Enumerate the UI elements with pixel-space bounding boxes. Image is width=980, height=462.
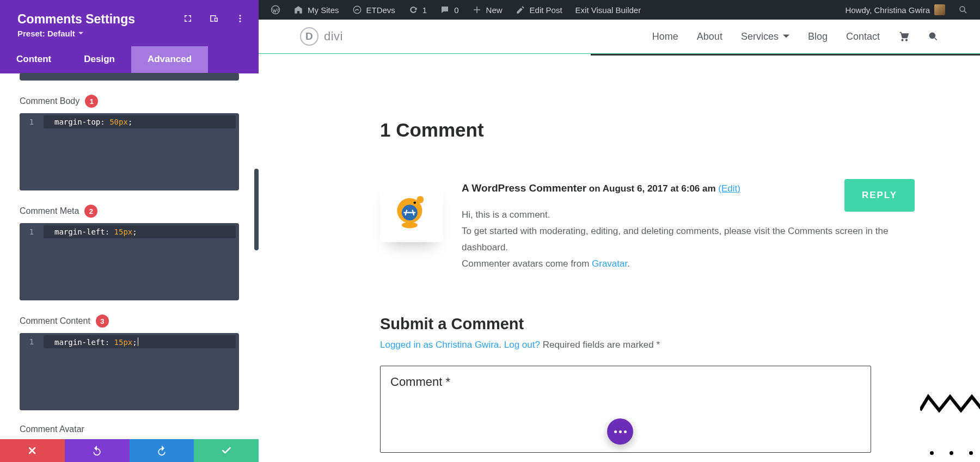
prev-section-edge <box>20 73 239 81</box>
section-label: Comment Avatar <box>20 424 84 434</box>
cart-icon[interactable] <box>898 31 909 42</box>
comment-form: Submit a Comment Logged in as Christina … <box>380 315 915 455</box>
wp-logo[interactable] <box>264 0 287 20</box>
responsive-icon[interactable] <box>209 13 219 24</box>
panel-tabs: Content Design Advanced <box>0 46 259 73</box>
save-button[interactable] <box>194 439 259 462</box>
section-comment-meta: Comment Meta 2 1 margin-left: 15px; <box>20 205 239 300</box>
comments-count[interactable]: 0 <box>433 0 465 20</box>
respond-heading: Submit a Comment <box>380 315 915 333</box>
tab-advanced[interactable]: Advanced <box>131 46 208 73</box>
logout-link[interactable]: Log out? <box>504 340 540 350</box>
section-comment-content: Comment Content 3 1 margin-left: 15px; <box>20 315 239 410</box>
adminbar-search-icon[interactable] <box>952 0 975 20</box>
svg-point-13 <box>402 222 418 229</box>
primary-nav: Home About Services Blog Contact <box>652 31 939 42</box>
svg-point-8 <box>929 33 935 38</box>
callout-badge: 2 <box>84 205 97 218</box>
comment-meta: on August 6, 2017 at 6:06 am <box>589 183 718 194</box>
hero-remnant <box>591 54 980 56</box>
section-comment-body: Comment Body 1 1 margin-top: 50px; <box>20 95 239 190</box>
panel-footer <box>0 439 259 462</box>
logged-in-as-link[interactable]: Logged in as Christina Gwira <box>380 340 499 350</box>
divi-fab[interactable] <box>607 418 633 445</box>
tab-content[interactable]: Content <box>0 46 68 73</box>
callout-badge: 3 <box>96 315 109 328</box>
nav-home[interactable]: Home <box>652 31 678 42</box>
expand-icon[interactable] <box>182 13 193 24</box>
decor-zigzag <box>920 391 980 418</box>
logo-text: divi <box>324 29 343 44</box>
site-header: D divi Home About Services Blog Contact <box>259 20 980 54</box>
exit-visual-builder[interactable]: Exit Visual Builder <box>569 0 648 20</box>
user-avatar-mini <box>934 4 945 15</box>
logo-mark: D <box>300 27 318 46</box>
undo-button[interactable] <box>65 439 130 462</box>
chevron-down-icon <box>78 31 83 36</box>
edit-post[interactable]: Edit Post <box>509 0 569 20</box>
svg-point-0 <box>240 15 241 16</box>
panel-header: Comments Settings Preset: Default <box>0 0 259 46</box>
css-editor-comment-body[interactable]: 1 margin-top: 50px; <box>20 113 239 190</box>
svg-point-14 <box>414 201 416 204</box>
comment-line: Commenter avatars come from Gravatar. <box>462 256 915 272</box>
nav-services[interactable]: Services <box>741 31 789 42</box>
svg-point-6 <box>902 39 903 41</box>
tab-design[interactable]: Design <box>68 46 131 73</box>
reply-button[interactable]: REPLY <box>844 179 915 212</box>
search-icon[interactable] <box>928 31 939 42</box>
updates[interactable]: 1 <box>402 0 433 20</box>
section-comment-avatar: Comment Avatar <box>20 424 239 434</box>
preset-dropdown[interactable]: Preset: Default <box>17 29 83 38</box>
section-label: Comment Meta <box>20 206 79 216</box>
my-sites[interactable]: My Sites <box>287 0 346 20</box>
respond-meta: Logged in as Christina Gwira. Log out? R… <box>380 340 915 350</box>
decor-dotgrid <box>930 451 975 462</box>
section-label: Comment Content <box>20 316 90 326</box>
nav-blog[interactable]: Blog <box>808 31 828 42</box>
new-content[interactable]: New <box>465 0 509 20</box>
howdy-user[interactable]: Howdy, Christina Gwira <box>838 0 952 20</box>
kebab-menu-icon[interactable] <box>235 13 246 24</box>
divi-settings-panel: Comments Settings Preset: Default Conten… <box>0 0 259 462</box>
site-logo[interactable]: D divi <box>300 27 343 46</box>
comment-avatar <box>380 179 443 242</box>
panel-scrollbar[interactable] <box>254 169 259 250</box>
site-name[interactable]: ETDevs <box>346 0 402 20</box>
comment-line: To get started with moderating, editing,… <box>462 223 915 256</box>
comment-edit-link[interactable]: (Edit) <box>718 183 740 194</box>
page-stage: 1 Comment A WordPress Commenter on Augu <box>259 54 980 462</box>
svg-point-1 <box>240 18 241 20</box>
panel-body: Comment Body 1 1 margin-top: 50px; Comme… <box>0 73 259 439</box>
comment-author[interactable]: A WordPress Commenter <box>462 182 586 194</box>
nav-about[interactable]: About <box>697 31 722 42</box>
redo-button[interactable] <box>130 439 194 462</box>
wp-admin-bar: My Sites ETDevs 1 0 New Edit Post Exit V… <box>259 0 980 20</box>
cancel-button[interactable] <box>0 439 65 462</box>
content-canvas: 1 Comment A WordPress Commenter on Augu <box>331 54 915 462</box>
css-editor-comment-meta[interactable]: 1 margin-left: 15px; <box>20 223 239 300</box>
nav-contact[interactable]: Contact <box>846 31 880 42</box>
gravatar-link[interactable]: Gravatar <box>592 258 627 269</box>
css-editor-comment-content[interactable]: 1 margin-left: 15px; <box>20 333 239 410</box>
chevron-down-icon <box>783 33 789 40</box>
svg-point-2 <box>240 21 241 22</box>
svg-point-7 <box>906 39 908 41</box>
comments-heading: 1 Comment <box>380 119 915 141</box>
svg-point-5 <box>960 7 965 11</box>
svg-point-12 <box>416 196 424 203</box>
callout-badge: 1 <box>85 95 98 108</box>
section-label: Comment Body <box>20 96 79 106</box>
comment-item: A WordPress Commenter on August 6, 2017 … <box>380 179 915 272</box>
